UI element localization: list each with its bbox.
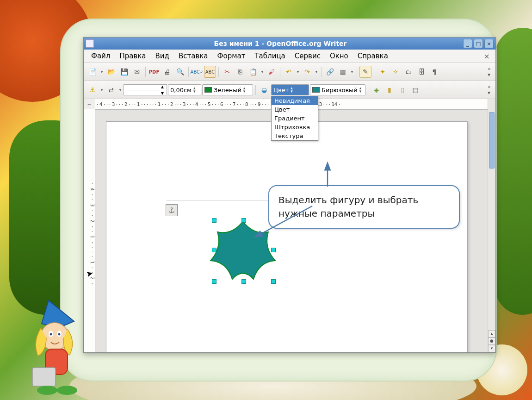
navigator-icon[interactable]: ✧ bbox=[390, 66, 402, 78]
redo-icon[interactable]: ↷ bbox=[301, 66, 313, 78]
selection-handle[interactable] bbox=[241, 218, 246, 223]
format-paint-icon[interactable]: 🖌 bbox=[266, 66, 278, 78]
fill-option-texture[interactable]: Текстура bbox=[272, 131, 318, 140]
open-icon[interactable]: 📂 bbox=[105, 66, 117, 78]
menu-insert[interactable]: Вставка bbox=[174, 50, 213, 62]
selection-handle[interactable] bbox=[241, 279, 246, 284]
new-doc-icon[interactable]: 📄 bbox=[87, 66, 99, 78]
print-icon[interactable]: 🖨 bbox=[161, 66, 173, 78]
fill-style-combo[interactable]: Цвет ▴▾ Невидимая Цвет Градиент Штриховк… bbox=[271, 84, 309, 95]
cartoon-gnome bbox=[23, 296, 106, 398]
standard-toolbar: 📄▾ 📂 💾 ✉ PDF 🖨 🔍 ABC✓ ABC ✂ ⎘ 📋▾ 🖌 ↶▾ ↷▾… bbox=[84, 63, 495, 81]
rotate-icon[interactable]: ◈ bbox=[371, 84, 383, 96]
autospell-icon[interactable]: ABC bbox=[204, 66, 216, 78]
line-width-field[interactable]: 0,00см ▴▾ bbox=[168, 84, 201, 95]
prev-page-button[interactable]: ▴ bbox=[488, 330, 495, 338]
maximize-button[interactable]: □ bbox=[474, 39, 483, 48]
preview-icon[interactable]: 🔍 bbox=[174, 66, 186, 78]
arrow-ends-icon[interactable]: ⇄ bbox=[105, 84, 117, 96]
minimize-button[interactable]: _ bbox=[463, 39, 472, 48]
next-page-button[interactable]: ▾ bbox=[488, 345, 495, 352]
table-icon[interactable]: ▦ bbox=[337, 66, 349, 78]
menu-file[interactable]: ФФайлайл bbox=[87, 50, 115, 62]
selection-handle[interactable] bbox=[212, 218, 217, 223]
selection-handle[interactable] bbox=[212, 279, 217, 284]
selection-handle[interactable] bbox=[271, 279, 276, 284]
menu-view[interactable]: Вид bbox=[151, 50, 174, 62]
hyperlink-icon[interactable]: 🔗 bbox=[324, 66, 336, 78]
alignment-icon[interactable]: ▤ bbox=[409, 84, 421, 96]
drawing-object-toolbar: ⚓▾ ⇄▾ ▴▾ 0,00см ▴▾ Зеленый ▴▾ ◒ Цвет ▴▾ … bbox=[84, 81, 495, 99]
find-icon[interactable]: ✦ bbox=[377, 66, 389, 78]
ruler-corner: ⌐ bbox=[84, 99, 95, 110]
save-icon[interactable]: 💾 bbox=[118, 66, 130, 78]
spellcheck-icon[interactable]: ABC✓ bbox=[191, 66, 203, 78]
svg-point-9 bbox=[37, 386, 57, 395]
copy-icon[interactable]: ⎘ bbox=[234, 66, 246, 78]
close-document-button[interactable]: × bbox=[481, 52, 493, 61]
menu-format[interactable]: Формат bbox=[213, 50, 250, 62]
page-nav-buttons: ▴ ● ▾ bbox=[488, 330, 495, 352]
pdf-icon[interactable]: PDF bbox=[148, 66, 160, 78]
show-draw-icon[interactable]: ✎ bbox=[359, 66, 371, 78]
gallery-icon[interactable]: 🗂 bbox=[402, 66, 414, 78]
scrollbar-thumb[interactable] bbox=[489, 112, 495, 169]
line-color-combo[interactable]: Зеленый ▴▾ bbox=[202, 84, 253, 95]
anchor-menu-icon[interactable]: ⚓ bbox=[87, 84, 99, 96]
menu-help[interactable]: Справка bbox=[353, 50, 393, 62]
menu-edit[interactable]: Правка bbox=[115, 50, 150, 62]
annotation-arrow-up bbox=[321, 161, 334, 189]
fill-style-dropdown[interactable]: Невидимая Цвет Градиент Штриховка Тексту… bbox=[271, 96, 318, 141]
menu-tools[interactable]: Сервис bbox=[290, 50, 325, 62]
paste-icon[interactable]: 📋 bbox=[247, 66, 259, 78]
close-button[interactable]: × bbox=[484, 39, 494, 48]
titlebar[interactable]: Без имени 1 - OpenOffice.org Writer _ □ … bbox=[84, 38, 495, 50]
menu-table[interactable]: Таблица bbox=[250, 50, 290, 62]
menu-window[interactable]: Окно bbox=[325, 50, 353, 62]
anchor-icon[interactable]: ⚓ bbox=[166, 204, 178, 216]
fill-option-invisible[interactable]: Невидимая bbox=[272, 96, 318, 105]
svg-point-6 bbox=[58, 333, 61, 336]
fill-option-gradient[interactable]: Градиент bbox=[272, 114, 318, 123]
fill-option-hatch[interactable]: Штриховка bbox=[272, 123, 318, 131]
line-style-combo[interactable]: ▴▾ bbox=[124, 84, 167, 95]
to-front-icon[interactable]: ▮ bbox=[384, 84, 396, 96]
to-back-icon[interactable]: ▯ bbox=[396, 84, 408, 96]
menubar: ФФайлайл Правка Вид Вставка Формат Табли… bbox=[84, 50, 495, 63]
svg-rect-8 bbox=[32, 368, 56, 386]
email-icon[interactable]: ✉ bbox=[131, 66, 143, 78]
toolbar-overflow-icon[interactable]: »▾ bbox=[486, 66, 493, 78]
nav-select-button[interactable]: ● bbox=[488, 338, 495, 345]
selection-handle[interactable] bbox=[212, 248, 217, 252]
datasource-icon[interactable]: 🗄 bbox=[415, 66, 427, 78]
annotation-arrow-left bbox=[252, 201, 317, 243]
undo-icon[interactable]: ↶ bbox=[283, 66, 295, 78]
nonprint-icon[interactable]: ¶ bbox=[428, 66, 440, 78]
svg-point-10 bbox=[57, 386, 77, 395]
toolbar2-overflow-icon[interactable]: »▾ bbox=[486, 84, 493, 96]
fill-option-color[interactable]: Цвет bbox=[272, 105, 318, 114]
cut-icon[interactable]: ✂ bbox=[221, 66, 233, 78]
area-dialog-icon[interactable]: ◒ bbox=[258, 84, 270, 96]
svg-point-4 bbox=[50, 333, 52, 336]
window-title: Без имени 1 - OpenOffice.org Writer bbox=[98, 40, 463, 47]
document-icon bbox=[86, 39, 94, 48]
vertical-scrollbar[interactable]: ▴ ● ▾ bbox=[488, 99, 495, 352]
svg-line-1 bbox=[257, 206, 312, 236]
selection-handle[interactable] bbox=[271, 248, 276, 252]
fill-color-combo[interactable]: Бирюзовый ▴▾ bbox=[310, 84, 365, 95]
